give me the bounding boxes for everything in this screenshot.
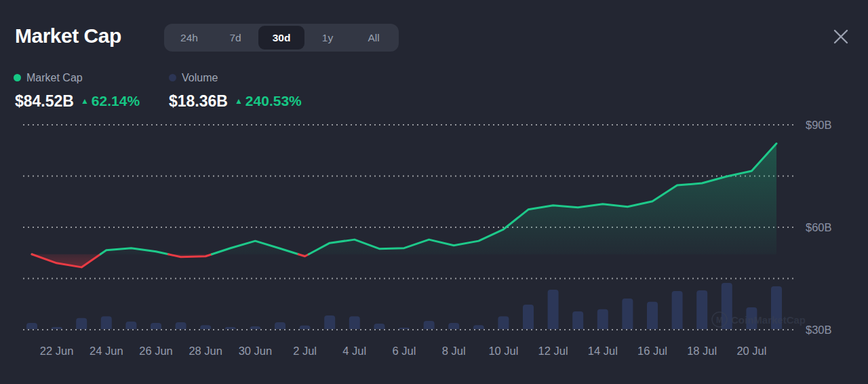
watermark-text: CoinMarketCap: [731, 314, 806, 326]
y-tick-label: $90B: [806, 119, 832, 131]
y-tick-label: $60B: [806, 221, 832, 233]
x-tick-label: 28 Jun: [189, 345, 222, 357]
watermark-logo-letter: M: [716, 315, 723, 325]
volume-bar: [424, 321, 435, 329]
market-cap-modal: Market Cap 24h 7d 30d 1y All Market Cap …: [0, 0, 868, 384]
volume-bar: [250, 326, 260, 329]
volume-bar: [349, 316, 360, 329]
volume-bar: [448, 323, 459, 329]
area-fill: [309, 144, 776, 254]
x-tick-label: 18 Jul: [687, 345, 717, 357]
volume-bar: [597, 309, 608, 329]
x-tick-label: 30 Jun: [239, 345, 273, 357]
volume-bar: [324, 315, 335, 329]
y-tick-label: $30B: [806, 324, 832, 336]
x-tick-label: 24 Jun: [90, 345, 123, 357]
x-tick-label: 2 Jul: [293, 345, 317, 357]
volume-bar: [275, 322, 285, 329]
x-tick-label: 6 Jul: [393, 345, 416, 357]
volume-bar: [300, 326, 311, 329]
x-tick-label: 10 Jul: [488, 345, 518, 357]
market-cap-chart[interactable]: $90B$60B$30B22 Jun24 Jun26 Jun28 Jun30 J…: [0, 0, 868, 384]
x-tick-label: 20 Jul: [736, 345, 766, 357]
area-fill: [212, 241, 298, 254]
volume-bar: [523, 305, 534, 329]
volume-bar: [374, 324, 384, 329]
x-tick-label: 26 Jun: [139, 345, 173, 357]
volume-bar: [498, 316, 509, 329]
x-tick-label: 4 Jul: [342, 345, 366, 357]
volume-bar: [26, 323, 37, 329]
volume-bar: [647, 302, 658, 329]
volume-bar: [696, 290, 707, 329]
volume-bar: [672, 291, 683, 329]
x-tick-label: 12 Jul: [538, 345, 568, 357]
volume-bar: [52, 327, 62, 329]
volume-bar: [200, 325, 211, 329]
volume-bar: [76, 318, 87, 329]
x-tick-label: 22 Jun: [40, 345, 74, 357]
volume-bar: [125, 322, 136, 329]
volume-bar: [225, 327, 236, 329]
volume-bar: [101, 316, 112, 329]
volume-bar: [176, 322, 186, 329]
volume-bar: [548, 290, 559, 329]
volume-bar: [622, 299, 633, 329]
volume-bar: [473, 325, 484, 329]
volume-bar: [151, 323, 161, 329]
x-tick-label: 16 Jul: [637, 345, 667, 357]
x-tick-label: 8 Jul: [442, 345, 466, 357]
x-tick-label: 14 Jul: [588, 345, 618, 357]
volume-bar: [399, 328, 410, 329]
volume-bar: [572, 311, 583, 329]
